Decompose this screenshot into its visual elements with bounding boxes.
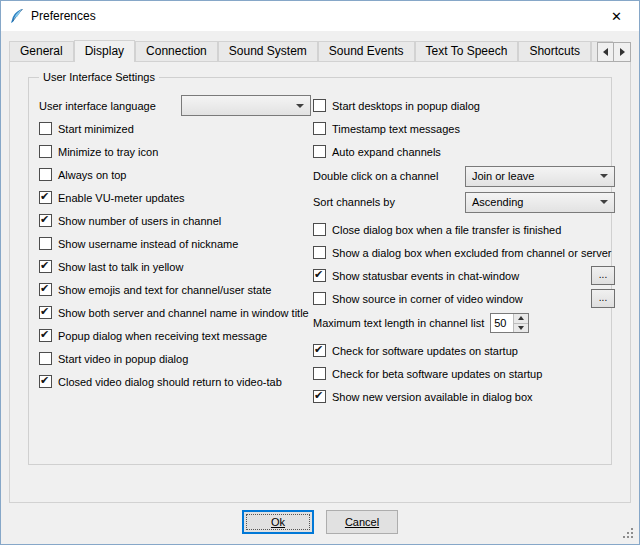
right-checkbox-group-mid: Close dialog box when a file transfer is…	[313, 218, 615, 264]
checkbox-row: Timestamp text messages	[313, 117, 615, 140]
user-interface-settings-group: User Interface Settings User interface l…	[28, 77, 612, 465]
max-text-length-row: Maximum text length in channel list 50	[313, 310, 615, 336]
max-text-length-spinbox[interactable]: 50	[490, 313, 529, 333]
checkbox[interactable]	[39, 283, 52, 296]
arrow-up-icon	[518, 316, 524, 320]
ok-button[interactable]: Ok	[242, 510, 314, 534]
checkbox-row: Auto expand channels	[313, 140, 615, 163]
language-combobox[interactable]	[181, 95, 311, 116]
tab-text-to-speech[interactable]: Text To Speech	[415, 41, 519, 61]
checkbox[interactable]	[39, 122, 52, 135]
tab-general[interactable]: General	[9, 41, 74, 61]
title-bar[interactable]: Preferences ✕	[1, 1, 639, 31]
checkbox[interactable]	[39, 352, 52, 365]
tab-display[interactable]: Display	[74, 40, 135, 62]
close-button[interactable]: ✕	[594, 1, 639, 31]
checkbox-row: Show both server and channel name in win…	[39, 301, 311, 324]
window-title: Preferences	[31, 9, 96, 23]
sort-channels-combobox-value: Ascending	[472, 196, 523, 208]
checkbox-row: Show last to talk in yellow	[39, 255, 311, 278]
checkbox[interactable]	[39, 375, 52, 388]
checkbox[interactable]	[313, 145, 326, 158]
checkbox-label: Show emojis and text for channel/user st…	[58, 284, 271, 296]
checkbox-row: Enable VU-meter updates	[39, 186, 311, 209]
arrow-right-icon	[620, 48, 625, 56]
checkbox[interactable]	[39, 214, 52, 227]
checkbox[interactable]	[39, 145, 52, 158]
sort-channels-combobox[interactable]: Ascending	[465, 192, 615, 213]
checkbox-label: Check for beta software updates on start…	[332, 368, 542, 380]
double-click-row: Double click on a channel Join or leave	[313, 163, 615, 189]
tab-scroll-control	[597, 42, 631, 62]
sort-channels-row: Sort channels by Ascending	[313, 189, 615, 215]
video-source-checkbox[interactable]	[313, 292, 326, 305]
cancel-button[interactable]: Cancel	[326, 510, 398, 534]
checkbox-label: Show both server and channel name in win…	[58, 307, 309, 319]
chevron-down-icon	[296, 104, 304, 108]
checkbox-label: Popup dialog when receiving text message	[58, 330, 267, 342]
tab-sound-events[interactable]: Sound Events	[318, 41, 415, 61]
tab-sound-system[interactable]: Sound System	[218, 41, 318, 61]
checkbox-label: Check for software updates on startup	[332, 345, 518, 357]
checkbox-label: Enable VU-meter updates	[58, 192, 185, 204]
tab-shortcuts[interactable]: Shortcuts	[518, 41, 591, 61]
video-source-row: Show source in corner of video window ..…	[313, 287, 615, 310]
checkbox-label: Start minimized	[58, 123, 134, 135]
group-title: User Interface Settings	[39, 71, 159, 83]
checkbox-row: Close dialog box when a file transfer is…	[313, 218, 615, 241]
resize-grip[interactable]	[623, 528, 635, 540]
checkbox-row: Check for beta software updates on start…	[313, 362, 615, 385]
statusbar-events-row: Show statusbar events in chat-window ...	[313, 264, 615, 287]
checkbox[interactable]	[39, 191, 52, 204]
checkbox[interactable]	[39, 260, 52, 273]
statusbar-events-checkbox[interactable]	[313, 269, 326, 282]
dialog-button-row: Ok Cancel	[1, 510, 639, 534]
tab-scroll-left-button[interactable]	[597, 42, 614, 62]
checkbox[interactable]	[313, 122, 326, 135]
cancel-button-label: Cancel	[345, 516, 379, 528]
checkbox-row: Start video in popup dialog	[39, 347, 311, 370]
checkbox-row: Show emojis and text for channel/user st…	[39, 278, 311, 301]
double-click-label: Double click on a channel	[313, 170, 438, 182]
checkbox-label: Show username instead of nickname	[58, 238, 238, 250]
checkbox[interactable]	[313, 99, 326, 112]
checkbox-row: Start desktops in popup dialog	[313, 94, 615, 117]
ok-button-label: Ok	[271, 516, 285, 528]
checkbox-label: Show last to talk in yellow	[58, 261, 183, 273]
checkbox[interactable]	[39, 306, 52, 319]
preferences-dialog: Preferences ✕ GeneralDisplayConnectionSo…	[0, 0, 640, 545]
checkbox-label: Start desktops in popup dialog	[332, 100, 480, 112]
checkbox-row: Show number of users in channel	[39, 209, 311, 232]
arrow-down-icon	[518, 326, 524, 330]
checkbox-row: Show a dialog box when excluded from cha…	[313, 241, 615, 264]
tab-bar: GeneralDisplayConnectionSound SystemSoun…	[9, 40, 613, 62]
left-checkbox-group: Start minimizedMinimize to tray iconAlwa…	[39, 117, 311, 393]
tab-connection[interactable]: Connection	[135, 41, 218, 61]
statusbar-events-more-button[interactable]: ...	[591, 266, 615, 285]
spinbox-value: 50	[491, 314, 513, 332]
chevron-down-icon	[600, 200, 608, 204]
spin-down-button[interactable]	[514, 323, 528, 333]
checkbox-label: Show number of users in channel	[58, 215, 221, 227]
close-icon: ✕	[611, 9, 622, 24]
chevron-down-icon	[600, 174, 608, 178]
max-text-length-label: Maximum text length in channel list	[313, 317, 484, 329]
checkbox-label: Timestamp text messages	[332, 123, 460, 135]
checkbox-row: Check for software updates on startup	[313, 339, 615, 362]
checkbox-label: Auto expand channels	[332, 146, 441, 158]
checkbox[interactable]	[39, 329, 52, 342]
checkbox[interactable]	[39, 237, 52, 250]
double-click-combobox-value: Join or leave	[472, 170, 534, 182]
checkbox-row: Minimize to tray icon	[39, 140, 311, 163]
double-click-combobox[interactable]: Join or leave	[465, 166, 615, 187]
checkbox[interactable]	[313, 223, 326, 236]
checkbox[interactable]	[313, 390, 326, 403]
video-source-more-button[interactable]: ...	[591, 289, 615, 308]
checkbox[interactable]	[313, 246, 326, 259]
checkbox[interactable]	[313, 344, 326, 357]
spin-up-button[interactable]	[514, 314, 528, 323]
checkbox[interactable]	[313, 367, 326, 380]
display-tab-page: User Interface Settings User interface l…	[9, 61, 631, 503]
checkbox[interactable]	[39, 168, 52, 181]
tab-scroll-right-button[interactable]	[614, 42, 631, 62]
